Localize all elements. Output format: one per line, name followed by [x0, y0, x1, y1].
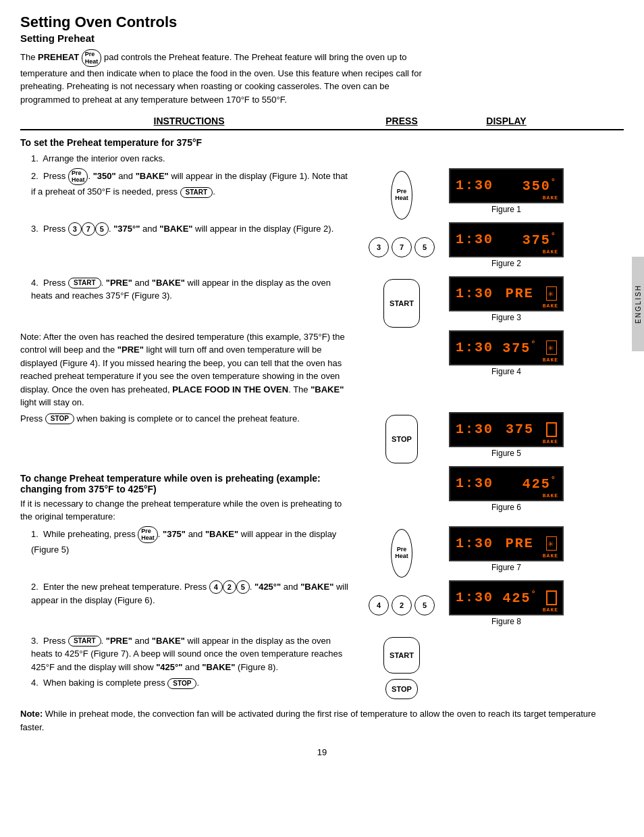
figure1-display: 1:30 350° BAKE — [449, 168, 564, 203]
section2-heading-row: To change Preheat temperature while oven… — [20, 466, 624, 524]
side-tab: ENGLISH — [632, 257, 644, 351]
s2-step1-text: 1. While preheating, press PreHeat. "375… — [31, 526, 351, 557]
s2-step3-row: 3. Press START. "PRE" and "BAKE" will ap… — [20, 634, 624, 674]
note2-block: Note: While in preheat mode, the convect… — [20, 707, 608, 734]
stop-btn-inline1[interactable]: STOP — [45, 413, 74, 424]
preheat-press-btn-step2[interactable]: PreHeat — [391, 171, 412, 220]
figure7-display: 1:30 PRE ✳ BAKE — [449, 526, 564, 561]
s2-step4-text: 4. When baking is complete press STOP. — [31, 676, 351, 690]
fig4-left: 1:30 — [456, 340, 493, 355]
btn4-press[interactable]: 4 — [369, 595, 389, 615]
fig7-snowflake: ✳ — [546, 536, 557, 551]
s2-step4-row: 4. When baking is complete press STOP. S… — [20, 676, 624, 699]
fig4-label: Figure 4 — [491, 367, 521, 376]
fig7-left: 1:30 — [456, 536, 493, 551]
figure3-display: 1:30 PRE ✳ BAKE — [449, 276, 564, 311]
sub-title: Setting Preheat — [20, 32, 624, 44]
fig8-cursor — [546, 590, 557, 605]
fig3-left: 1:30 — [456, 286, 493, 301]
fig3-label: Figure 3 — [491, 313, 521, 322]
btn7-press[interactable]: 7 — [392, 237, 412, 257]
start-btn-note[interactable]: START — [180, 187, 213, 198]
section2-heading: To change Preheat temperature while oven… — [20, 473, 351, 494]
fig5-label: Figure 5 — [491, 449, 521, 458]
figure8-display: 1:30 425° BAKE — [449, 580, 564, 615]
step2-row: 2. Press PreHeat. "350" and "BAKE" will … — [20, 168, 624, 220]
preheat-btn-step2[interactable]: PreHeat — [68, 168, 88, 186]
fig7-bake: BAKE — [543, 553, 558, 559]
btn4[interactable]: 4 — [209, 580, 223, 594]
btn2-press[interactable]: 2 — [392, 595, 412, 615]
fig2-label: Figure 2 — [491, 259, 521, 268]
press-375: 3 7 5 — [369, 225, 435, 270]
fig8-right: 425° — [502, 590, 537, 606]
fig6-label: Figure 6 — [491, 503, 521, 512]
preheat-press-s2s1[interactable]: PreHeat — [391, 529, 412, 578]
stop1-row: Press STOP when baking is complete or to… — [20, 412, 624, 463]
fig2-right: 375° — [522, 232, 557, 248]
fig5-right: 375 — [506, 422, 534, 437]
figure6-display: 1:30 425° BAKE — [449, 466, 564, 501]
note1-row: Note: After the oven has reached the des… — [20, 330, 624, 409]
main-title: Setting Oven Controls — [20, 14, 624, 31]
section2-intro: If it is necessary to change the preheat… — [20, 497, 351, 524]
fig2-bake: BAKE — [543, 249, 558, 255]
fig6-left: 1:30 — [456, 476, 493, 491]
preheat-inline-icon: PreHeat — [82, 49, 102, 67]
fig5-left: 1:30 — [456, 422, 493, 437]
s2-step1-row: 1. While preheating, press PreHeat. "375… — [20, 526, 624, 578]
step1-row: 1. Arrange the interior oven racks. — [20, 152, 624, 166]
start-press-step4[interactable]: START — [383, 279, 420, 328]
step3-row: 3. Press 375. "375°" and "BAKE" will app… — [20, 222, 624, 274]
preheat-btn-s2s1[interactable]: PreHeat — [138, 526, 158, 544]
stop1-text: Press STOP when baking is complete or to… — [20, 412, 351, 426]
btn3-press[interactable]: 3 — [369, 237, 389, 257]
step4-text: 4. Press START. "PRE" and "BAKE" will ap… — [31, 276, 351, 303]
fig4-snowflake: ✳ — [546, 340, 557, 355]
fig6-right: 425° — [522, 476, 557, 492]
start-press-s2s3[interactable]: START — [383, 637, 420, 674]
fig6-bake: BAKE — [543, 492, 558, 499]
btn5b-press[interactable]: 5 — [414, 595, 435, 615]
col-display-header: DISPLAY — [446, 116, 567, 126]
section1-heading: To set the Preheat temperature for 375°F — [20, 137, 358, 148]
fig3-right: PRE — [506, 286, 534, 301]
btn5-press[interactable]: 5 — [414, 237, 435, 257]
fig7-right: PRE — [506, 536, 534, 551]
page-number: 19 — [20, 747, 624, 757]
columns-header: INSTRUCTIONS PRESS DISPLAY — [20, 116, 624, 130]
fig7-label: Figure 7 — [491, 563, 521, 572]
fig4-right: 375° — [502, 340, 537, 356]
btn2[interactable]: 2 — [223, 580, 236, 594]
fig3-snowflake: ✳ — [546, 286, 557, 301]
fig1-label: Figure 1 — [491, 205, 521, 214]
step4-row: 4. Press START. "PRE" and "BAKE" will ap… — [20, 276, 624, 328]
stop-press1[interactable]: STOP — [385, 415, 418, 463]
step1-text: 1. Arrange the interior oven racks. — [31, 152, 358, 166]
col-press-header: PRESS — [358, 116, 446, 126]
btn5[interactable]: 5 — [95, 222, 109, 236]
btn7[interactable]: 7 — [82, 222, 95, 236]
section1-heading-row: To set the Preheat temperature for 375°F — [20, 137, 624, 152]
fig8-label: Figure 8 — [491, 617, 521, 626]
btn5b[interactable]: 5 — [236, 580, 250, 594]
figure2-display: 1:30 375° BAKE — [449, 222, 564, 257]
fig1-left: 1:30 — [456, 178, 493, 193]
stop-btn-s2s4[interactable]: STOP — [167, 678, 196, 689]
fig8-bake: BAKE — [543, 607, 558, 613]
step3-text: 3. Press 375. "375°" and "BAKE" will app… — [31, 222, 351, 236]
s2-step2-row: 2. Enter the new preheat temperature. Pr… — [20, 580, 624, 632]
fig2-left: 1:30 — [456, 232, 493, 247]
note1-text: Note: After the oven has reached the des… — [20, 330, 351, 409]
start-btn-step4[interactable]: START — [68, 278, 101, 288]
step2-text: 2. Press PreHeat. "350" and "BAKE" will … — [31, 168, 351, 199]
start-btn-s2s3[interactable]: START — [68, 636, 101, 646]
figure5-display: 1:30 375 BAKE — [449, 412, 564, 447]
fig4-bake: BAKE — [543, 357, 558, 363]
btn3[interactable]: 3 — [68, 222, 82, 236]
fig1-bake: BAKE — [543, 195, 558, 201]
stop-press-s2s4[interactable]: STOP — [385, 679, 418, 699]
col-instructions-header: INSTRUCTIONS — [20, 116, 358, 126]
s2-step3-text: 3. Press START. "PRE" and "BAKE" will ap… — [31, 634, 351, 674]
side-tab-text: ENGLISH — [635, 284, 642, 324]
